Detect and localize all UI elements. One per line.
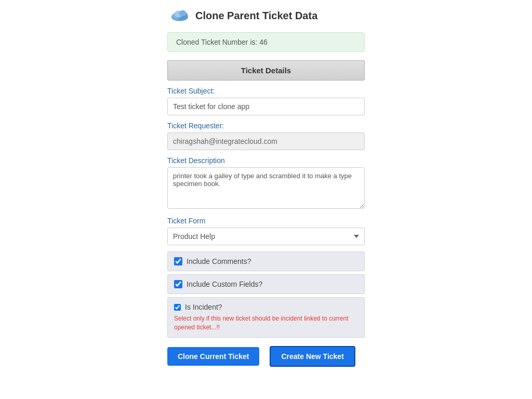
- page-header: Clone Parent Ticket Data: [167, 8, 365, 24]
- include-custom-fields-label[interactable]: Include Custom Fields?: [187, 280, 262, 288]
- include-custom-fields-row: Include Custom Fields?: [167, 274, 365, 294]
- ticket-requester-group: Ticket Requester:: [167, 122, 365, 150]
- description-label: Ticket Description: [167, 156, 365, 165]
- description-textarea[interactable]: printer took a galley of type and scramb…: [167, 167, 365, 209]
- include-custom-fields-checkbox[interactable]: [174, 280, 182, 288]
- include-comments-label[interactable]: Include Comments?: [187, 257, 251, 265]
- requester-label: Ticket Requester:: [167, 122, 365, 130]
- subject-input[interactable]: [167, 98, 365, 115]
- page-title: Clone Parent Ticket Data: [195, 10, 317, 22]
- main-container: Clone Parent Ticket Data Cloned Ticket N…: [167, 8, 365, 399]
- ticket-form-select[interactable]: Product Help General Support Technical I…: [167, 228, 365, 245]
- is-incident-checkbox[interactable]: [174, 304, 181, 311]
- include-comments-checkbox[interactable]: [174, 257, 182, 265]
- incident-warning-text: Select only if this new ticket should be…: [174, 314, 358, 332]
- create-new-ticket-button[interactable]: Create New Ticket: [270, 346, 355, 367]
- ticket-form-group: Ticket Form Product Help General Support…: [167, 217, 365, 245]
- subject-label: Ticket Subject:: [167, 87, 365, 95]
- is-incident-section: Is Incident? Select only if this new tic…: [167, 297, 365, 338]
- cloned-ticket-badge: Cloned Ticket Number is: 46: [167, 32, 365, 52]
- ticket-subject-group: Ticket Subject:: [167, 87, 365, 115]
- form-label: Ticket Form: [167, 217, 365, 225]
- is-incident-label[interactable]: Is Incident?: [185, 303, 222, 311]
- clone-current-ticket-button[interactable]: Clone Current Ticket: [167, 347, 259, 366]
- ticket-description-group: Ticket Description printer took a galley…: [167, 156, 365, 210]
- action-buttons: Clone Current Ticket Create New Ticket: [167, 346, 365, 367]
- cloned-ticket-text: Cloned Ticket Number is: 46: [176, 38, 268, 46]
- is-incident-top: Is Incident?: [174, 303, 358, 311]
- svg-point-4: [179, 10, 186, 16]
- ticket-details-header: Ticket Details: [167, 60, 365, 81]
- include-comments-row: Include Comments?: [167, 251, 365, 271]
- cloud-icon: [169, 8, 190, 24]
- requester-input: [167, 132, 365, 150]
